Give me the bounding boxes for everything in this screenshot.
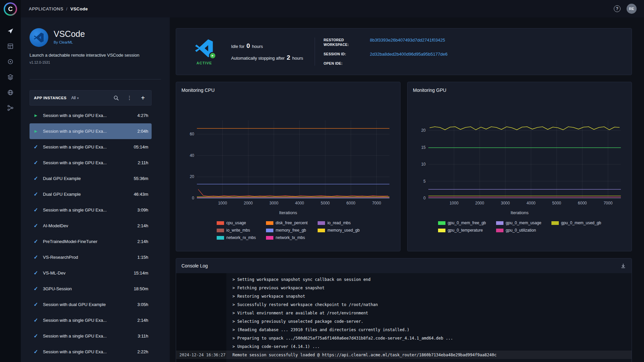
legend-item[interactable]: io_read_mbs [318, 221, 360, 225]
instance-row[interactable]: ✓3GPU-Session18:50m [30, 281, 152, 297]
pipelines-icon[interactable] [4, 102, 17, 114]
completed-check-icon: ✓ [32, 223, 40, 229]
legend-item[interactable]: gpu_0_mem_used_gb [551, 221, 601, 225]
idle-hours-value: 0 [247, 42, 250, 50]
svg-text:10: 10 [421, 162, 426, 167]
add-instance-button[interactable]: + [139, 94, 147, 102]
app-root: C APPLICATIONS / VSCode [0, 0, 644, 362]
instance-row[interactable]: ▶Session with a single GPU Exa...2:04h [30, 123, 152, 139]
legend-item[interactable]: gpu_0_temperature [438, 228, 486, 233]
legend-item[interactable]: network_tx_mbs [266, 235, 308, 240]
console-title: Console Log [181, 263, 208, 268]
help-button[interactable]: ? [614, 5, 621, 12]
legend-item[interactable]: memory_used_gb [318, 228, 360, 233]
legend-label: disk_free_percent [276, 221, 308, 225]
download-log-button[interactable] [620, 263, 626, 269]
instance-list[interactable]: ▶Session with a single GPU Exa...4:27h▶S… [30, 108, 152, 362]
kebab-menu-button[interactable]: ⋮ [125, 94, 134, 102]
vscode-logo-icon [34, 32, 44, 43]
datasets-icon[interactable] [4, 71, 17, 83]
legend-item[interactable]: io_write_mbs [217, 228, 256, 233]
app-byline[interactable]: By ClearML [54, 40, 85, 44]
legend-swatch [266, 236, 273, 240]
legend-swatch [266, 221, 273, 225]
console-line: > Selecting previously unselected packag… [176, 317, 632, 325]
applications-icon[interactable] [4, 24, 17, 37]
legend-item[interactable]: gpu_0_mem_usage [496, 221, 541, 225]
legend-item[interactable]: network_rx_mbs [217, 235, 256, 240]
legend-label: network_rx_mbs [226, 235, 256, 240]
instance-label: Session with a single GPU Exa... [43, 207, 134, 213]
svg-text:3000: 3000 [501, 201, 510, 205]
autostop-hours-value: 2 [287, 54, 290, 61]
gpu-chart-plot[interactable]: 100020003000400050006000700005101520 [413, 117, 625, 208]
svg-text:5: 5 [423, 179, 426, 184]
instance-row[interactable]: ✓Session with a single GPU Exa...05:14m [30, 139, 152, 155]
completed-check-icon: ✓ [32, 175, 40, 182]
legend-label: gpu_0_mem_usage [506, 221, 541, 225]
vertical-divider [315, 38, 315, 66]
instance-label: Session with dual GPU Example [43, 302, 134, 307]
console-line: > Virtual environment are available at /… [176, 309, 632, 317]
projects-icon[interactable] [4, 40, 17, 53]
completed-check-icon: ✓ [32, 301, 40, 308]
legend-item[interactable]: memory_free_gb [266, 228, 308, 233]
chart-title: Monitoring CPU [181, 87, 395, 93]
console-line: > Preparing to unpack .../500d625af75a6f… [176, 334, 632, 342]
session-field-row: SESSION ID:2d32ba8ded2b400d96d95a95b5177… [324, 52, 447, 57]
instance-label: Session with a single GPU Exa... [43, 129, 134, 134]
model-icon[interactable] [4, 55, 17, 68]
instance-row[interactable]: ✓Session with dual GPU Example3:05h [30, 297, 152, 312]
instance-row[interactable]: ✓Session with a single GPU Exa...3:09h [30, 202, 152, 218]
instance-time: 2:14h [137, 318, 148, 323]
svg-text:5000: 5000 [321, 201, 330, 205]
svg-text:2000: 2000 [475, 201, 484, 205]
instance-row[interactable]: ✓PreTrainedModel-FineTuner2:14h [30, 234, 152, 249]
session-field-value[interactable]: 8b3f3393e26b407493d7dd2741f03425 [370, 38, 445, 43]
legend-item[interactable]: disk_free_percent [266, 221, 308, 225]
instance-label: VS-ResearchProd [43, 255, 134, 260]
instance-time: 2:04h [137, 129, 148, 134]
svg-text:40: 40 [190, 153, 195, 158]
reports-icon[interactable] [4, 86, 17, 99]
svg-text:3000: 3000 [269, 201, 278, 205]
session-field-label: OPEN IDE: [324, 61, 365, 66]
breadcrumb-applications[interactable]: APPLICATIONS [29, 6, 63, 11]
legend-swatch [438, 221, 445, 225]
cpu-chart-plot[interactable]: 10002000300040005000600070000204060 [181, 117, 393, 208]
legend-label: io_read_mbs [327, 221, 351, 225]
legend-item[interactable]: gpu_0_utilization [496, 228, 541, 233]
nav-rail: C [0, 0, 21, 362]
legend-label: memory_free_gb [276, 228, 306, 233]
instance-row[interactable]: ✓Session with a single GPU Exa...3:11h [30, 328, 152, 344]
filter-label: All [71, 96, 75, 100]
instance-row[interactable]: ✓VS-ML-Dev15:14m [30, 265, 152, 281]
running-icon: ▶ [32, 129, 40, 133]
clearml-logo-letter: C [8, 5, 13, 13]
main-content: ▶ ACTIVE Idle for 0 hours Automatically … [170, 17, 644, 362]
instance-row[interactable]: ▶Session with a single GPU Exa...4:27h [30, 108, 152, 123]
chart-xlabel: Iterations [181, 210, 395, 215]
instance-row[interactable]: ✓Dual GPU Example55:36m [30, 171, 152, 186]
clearml-logo[interactable]: C [4, 2, 17, 16]
legend-item[interactable]: gpu_0_mem_free_gb [438, 221, 486, 225]
instance-row[interactable]: ✓Dual GPU Example46:43m [30, 186, 152, 202]
instance-label: PreTrainedModel-FineTuner [43, 239, 134, 244]
search-button[interactable] [112, 94, 120, 102]
instance-row[interactable]: ✓Session with a single GPU Exa...2:11h [30, 155, 152, 171]
instances-filter-dropdown[interactable]: All ▾ [71, 96, 78, 100]
session-field-label: SESSION ID: [324, 52, 365, 56]
instance-row[interactable]: ✓VS-ResearchProd1:15h [30, 249, 152, 265]
avatar[interactable]: RE [627, 4, 637, 14]
instance-row[interactable]: ✓Session with a single GPU Exa...2:22h [30, 344, 152, 360]
instance-row[interactable]: ✓AI-ModelDev2:14h [30, 218, 152, 234]
legend-swatch [266, 229, 273, 232]
instances-header: APP INSTANCES [34, 96, 66, 100]
session-field-value[interactable]: 2d32ba8ded2b400d96d95a95b5177de6 [370, 52, 447, 57]
instance-row[interactable]: ✓Session with a single GPU Exa...2:14h [30, 312, 152, 328]
instance-label: Session with a single GPU Exa... [43, 349, 134, 354]
console-log-area[interactable]: > Setting workspace snapshot sync callba… [176, 273, 632, 362]
breadcrumb-current: VSCode [70, 6, 88, 11]
legend-item[interactable]: cpu_usage [217, 221, 256, 225]
svg-text:4000: 4000 [295, 201, 304, 205]
